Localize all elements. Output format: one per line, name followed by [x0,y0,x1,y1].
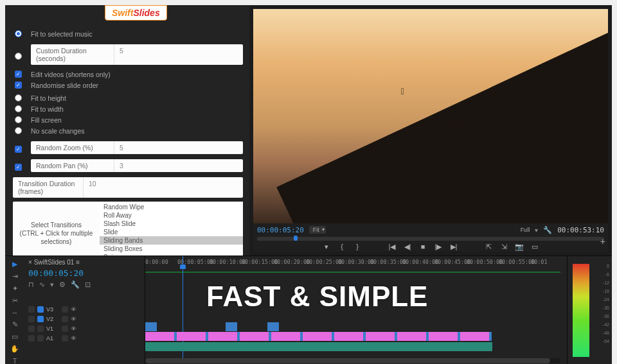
timeline-zoom-bar[interactable] [145,358,560,363]
monitor-timecode-in[interactable]: 00:00:05:20 [257,226,304,234]
audio-clip[interactable] [145,342,492,351]
target-toggle[interactable] [37,316,44,322]
caption-icon[interactable]: ⊡ [85,281,91,289]
transition-option[interactable]: Slide [100,228,243,236]
mark-out-button[interactable]: } [353,243,362,250]
eye-icon[interactable]: 👁 [71,306,76,313]
add-button[interactable]: + [600,236,605,247]
settings-icon[interactable]: ⚙ [59,281,66,289]
hand-tool-icon[interactable]: ✋ [10,345,19,353]
video-clip[interactable] [303,332,332,341]
transition-duration-input[interactable]: 10 [84,177,243,198]
video-clip[interactable] [145,322,157,331]
video-clip[interactable] [271,332,300,341]
video-clip[interactable] [145,332,174,341]
lift-button[interactable]: ⇱ [484,243,493,251]
transition-option[interactable]: Roll Away [100,211,243,220]
fit-music-radio[interactable] [15,30,22,37]
transition-option[interactable]: Slash Slide [100,220,243,228]
video-clip[interactable] [366,332,395,341]
transition-option[interactable]: Random Wipe [100,203,243,211]
pen-tool-icon[interactable]: ✎ [12,320,18,329]
mark-in-icon[interactable]: ▾ [322,243,331,251]
mark-in-button[interactable]: { [337,243,346,250]
track-select-tool-icon[interactable]: ⇥ [12,272,18,281]
transition-option[interactable]: Sliding Boxes [100,245,243,253]
fit-width-radio[interactable] [15,105,22,112]
extract-button[interactable]: ⇲ [499,243,508,251]
transition-clip[interactable] [489,332,492,341]
lock-icon[interactable] [28,325,35,332]
meter-tick: -6 [605,272,609,277]
video-clip[interactable] [460,332,489,341]
monitor-timecode-out[interactable]: 00:00:53:10 [557,226,604,234]
target-toggle[interactable] [37,325,44,332]
video-clip[interactable] [208,332,237,341]
fill-screen-radio[interactable] [15,116,22,123]
zoom-handle[interactable] [145,358,550,363]
wrench-icon[interactable]: 🔧 [543,226,552,234]
fit-height-radio[interactable] [15,94,22,101]
no-scale-radio[interactable] [15,127,22,134]
step-forward-button[interactable]: |▶ [434,243,443,251]
scale-dropdown[interactable]: Full [521,227,530,233]
selection-tool-icon[interactable]: ▶ [12,260,17,268]
video-clip[interactable] [429,332,458,341]
target-toggle[interactable] [37,335,44,342]
eye-icon[interactable]: 👁 [71,316,76,322]
random-pan-input[interactable]: 3 [114,159,243,172]
track-v2-clips[interactable] [145,322,560,331]
track-a1-clips[interactable] [145,342,560,351]
custom-duration-input[interactable]: 5 [114,44,243,65]
custom-duration-radio[interactable] [15,53,22,60]
eye-icon[interactable]: 👁 [71,325,76,332]
timeline-body[interactable]: 0:00:0000:00:05:0000:00:10:0000:00:15:00… [145,256,567,364]
eye-icon[interactable]: 👁 [71,335,76,342]
track-header[interactable]: A1 👁 [28,333,141,343]
edit-videos-check[interactable] [15,71,22,78]
random-pan-check[interactable] [15,164,22,171]
time-ruler[interactable]: 0:00:0000:00:05:0000:00:10:0000:00:15:00… [145,256,567,273]
wrench-icon[interactable]: 🔧 [71,281,80,289]
marker-icon[interactable]: ▾ [50,281,54,289]
video-clip[interactable] [397,332,426,341]
compare-button[interactable]: ▭ [530,243,539,251]
type-tool-icon[interactable]: T [13,357,17,364]
snap-icon[interactable]: ⊓ [28,281,34,289]
zoom-fit-dropdown[interactable]: Fit [309,226,326,234]
random-zoom-input[interactable]: 5 [114,141,243,154]
toggle-output[interactable] [62,325,68,332]
lock-icon[interactable] [28,306,35,313]
transition-option[interactable]: Sliding Bands [100,236,243,245]
go-to-in-button[interactable]: |◀ [388,243,397,251]
link-icon[interactable]: ∿ [39,281,45,289]
video-clip[interactable] [240,332,269,341]
slip-tool-icon[interactable]: ↔ [12,309,19,316]
lock-icon[interactable] [28,316,35,322]
track-header[interactable]: V2 👁 [28,314,141,324]
video-clip[interactable] [177,332,206,341]
go-to-out-button[interactable]: ▶| [449,243,458,251]
toggle-output[interactable] [62,316,68,322]
sequence-tab[interactable]: × SwiftSlides 01 ≡ [28,259,80,266]
razor-tool-icon[interactable]: ✂ [12,297,18,305]
ripple-tool-icon[interactable]: ✦ [12,284,18,293]
step-back-button[interactable]: ◀| [403,243,412,251]
toggle-output[interactable] [62,306,68,313]
video-clip[interactable] [267,322,279,331]
randomise-check[interactable] [15,82,22,89]
lock-icon[interactable] [28,335,35,342]
play-button[interactable]: ■ [418,243,427,250]
track-header[interactable]: V3 👁 [28,304,141,314]
target-toggle[interactable] [37,306,44,313]
video-clip[interactable] [226,322,237,331]
track-header[interactable]: V1 👁 [28,324,141,333]
track-v1-clips[interactable] [145,332,560,341]
sequence-timecode[interactable]: 00:00:05:20 [28,268,141,278]
random-zoom-check[interactable] [15,146,22,153]
rectangle-tool-icon[interactable]: ▭ [12,333,18,341]
export-frame-icon[interactable]: 📷 [515,243,524,251]
toggle-output[interactable] [62,335,68,342]
video-clip[interactable] [334,332,363,341]
scrub-handle[interactable] [294,236,298,241]
